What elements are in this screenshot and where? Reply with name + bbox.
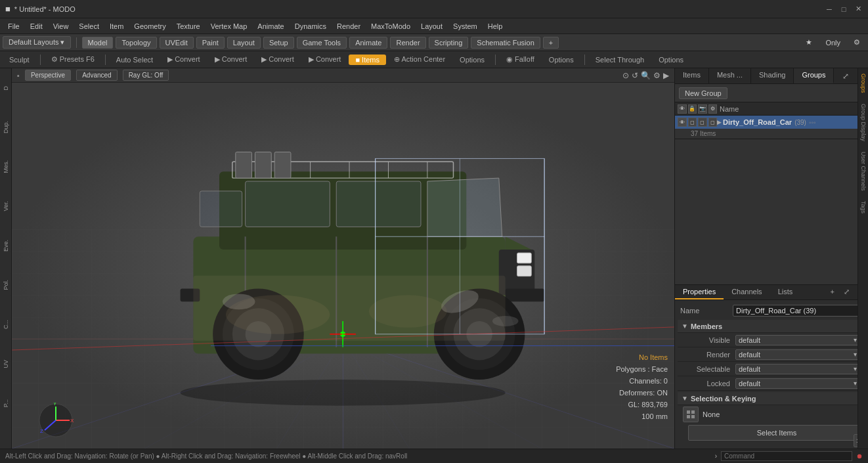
members-section-header[interactable]: ▼ Members [678,320,865,333]
header-icon-lock[interactable]: 🔒 [688,104,697,114]
btab-lists[interactable]: Lists [770,285,801,299]
advanced-tab[interactable]: Advanced [76,70,117,81]
selectable-dropdown[interactable]: default ▾ [735,364,860,374]
header-icon-camera[interactable]: 📷 [698,104,707,114]
tab-game-tools[interactable]: Game Tools [297,37,347,49]
close-button[interactable]: ✕ [854,5,863,14]
vp-ctrl-4[interactable]: ⚙ [653,71,661,80]
convert-tab1[interactable]: ▶ Convert [161,53,207,66]
tab-setup[interactable]: Setup [263,37,294,49]
panel-tab-groups[interactable]: Groups [794,68,834,83]
menu-view[interactable]: View [48,21,74,32]
select-through-tab[interactable]: Select Through [589,54,651,66]
group-row-car[interactable]: 👁 ◻ ◻ ◻ ▶ Dirty_Off_Road_Car (39) ◦◦◦ [675,116,868,129]
select-items-button[interactable]: Select Items [688,425,865,441]
convert-tab3[interactable]: ▶ Convert [255,53,301,66]
viewport[interactable]: ▪ Perspective Advanced Ray GL: Off ⊙ ↺ 🔍… [12,68,674,449]
group-icon-1[interactable]: ◻ [688,118,697,127]
visible-dropdown[interactable]: default ▾ [735,335,860,345]
vtab-tags[interactable]: Tags [858,196,868,219]
menu-help[interactable]: Help [483,21,508,32]
panel-tab-items[interactable]: Items [675,68,709,83]
perspective-tab[interactable]: Perspective [25,70,71,81]
action-center-tab[interactable]: ⊕ Action Center [387,53,452,66]
vp-ctrl-2[interactable]: ↺ [632,71,638,80]
menu-select[interactable]: Select [74,21,104,32]
sidebar-tab-ver[interactable]: Ver. [0,187,12,226]
ray-off-tab[interactable]: Ray GL: Off [123,70,169,81]
menu-texture[interactable]: Texture [171,21,206,32]
locked-dropdown[interactable]: default ▾ [735,378,860,389]
keying-icon[interactable] [683,407,699,422]
menu-dynamics[interactable]: Dynamics [290,21,332,32]
vp-ctrl-3[interactable]: 🔍 [641,71,651,80]
vp-ctrl-5[interactable]: ▶ [663,71,669,80]
sidebar-tab-d[interactable]: D [0,68,12,108]
menu-vertex-map[interactable]: Vertex Map [206,21,253,32]
header-icon-gear[interactable]: ⚙ [708,104,718,114]
auto-select-tab[interactable]: Auto Select [110,54,160,66]
tab-render[interactable]: Render [390,37,425,49]
selection-keying-header[interactable]: ▼ Selection & Keying [678,392,865,405]
panel-expand-btn[interactable]: ⤢ [838,70,853,82]
items-tab[interactable]: ■ Items [349,55,386,65]
menu-system[interactable]: System [448,21,483,32]
panel-tab-mesh[interactable]: Mesh ... [709,68,751,83]
sidebar-tab-mes[interactable]: Mes. [0,147,12,187]
vtab-groups[interactable]: Groups [858,68,868,99]
options-tab3[interactable]: Options [652,54,690,66]
btab-properties[interactable]: Properties [675,285,724,299]
menu-render[interactable]: Render [332,21,366,32]
group-expand-arrow[interactable]: ▶ [717,119,722,125]
sculpt-tab[interactable]: Sculpt [3,54,36,66]
minimize-button[interactable]: ─ [825,5,834,14]
sidebar-tab-c[interactable]: C... [0,305,12,344]
menu-item[interactable]: Item [104,21,129,32]
menu-animate[interactable]: Animate [252,21,289,32]
vtab-group-display[interactable]: Group Display [858,99,868,146]
group-icon-2[interactable]: ◻ [698,118,707,127]
sidebar-tab-p[interactable]: P... [0,384,12,423]
render-dropdown[interactable]: default ▾ [735,349,860,360]
group-icon-3[interactable]: ◻ [708,118,718,127]
options-tab2[interactable]: Options [542,54,580,66]
vp-ctrl-1[interactable]: ⊙ [622,71,629,80]
sidebar-tab-dup[interactable]: Dup. [0,108,12,147]
sidebar-tab-pol[interactable]: Pol. [0,265,12,305]
viewport-canvas[interactable]: No Items Polygons : Face Channels: 0 Def… [12,83,674,449]
settings-icon[interactable]: ⚙ [848,37,865,48]
menu-file[interactable]: File [3,21,25,32]
group-icon-eye[interactable]: 👁 [678,118,687,127]
menu-maxtomode[interactable]: MaxToModo [366,21,416,32]
panel-tab-shading[interactable]: Shading [751,68,794,83]
convert-tab2[interactable]: ▶ Convert [208,53,254,66]
convert-tab4[interactable]: ▶ Convert [302,53,348,66]
maximize-button[interactable]: □ [839,5,848,14]
viewport-toggle[interactable]: ▪ [17,72,20,79]
falloff-tab[interactable]: ◉ Falloff [500,53,541,66]
tab-schematic-fusion[interactable]: Schematic Fusion [471,37,540,49]
record-button[interactable]: ⏺ [856,452,863,460]
tab-add[interactable]: + [543,37,559,49]
tab-animate[interactable]: Animate [349,37,387,49]
options-tab1[interactable]: Options [453,54,491,66]
menu-edit[interactable]: Edit [25,21,48,32]
menu-geometry[interactable]: Geometry [129,21,171,32]
vtab-user-channels[interactable]: User Channels [858,146,868,196]
tab-model[interactable]: Model [82,37,114,49]
btab-add[interactable]: + [825,285,840,299]
btab-expand[interactable]: ⤢ [840,285,854,299]
new-group-button[interactable]: New Group [679,87,727,99]
tab-uvedit[interactable]: UVEdit [160,37,194,49]
status-arrow[interactable]: › [715,452,717,460]
sidebar-tab-uv[interactable]: UV [0,344,12,384]
tab-scripting[interactable]: Scripting [429,37,469,49]
menu-layout[interactable]: Layout [416,21,448,32]
tab-topology[interactable]: Topology [116,37,156,49]
tab-layout[interactable]: Layout [227,37,261,49]
tab-paint[interactable]: Paint [196,37,225,49]
header-icon-eye[interactable]: 👁 [678,104,687,114]
btab-channels[interactable]: Channels [724,285,770,299]
default-layouts-dropdown[interactable]: Default Layouts ▾ [3,36,71,49]
sidebar-tab-eve[interactable]: Eve. [0,226,12,265]
